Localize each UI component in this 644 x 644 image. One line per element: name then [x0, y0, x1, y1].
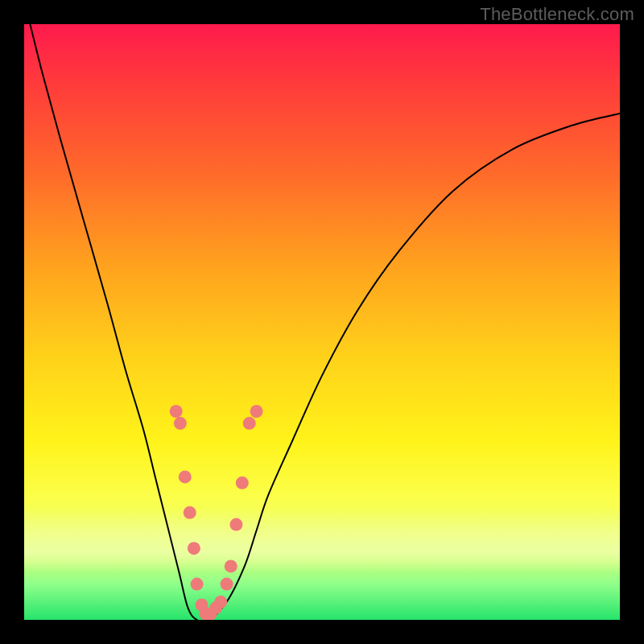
- benchmark-dot: [243, 417, 256, 430]
- benchmark-dot: [191, 578, 204, 591]
- bottleneck-curve: [30, 24, 620, 620]
- benchmark-dot: [184, 506, 196, 519]
- benchmark-dot: [221, 578, 233, 591]
- benchmark-dot: [229, 518, 242, 531]
- benchmark-dot: [236, 477, 249, 489]
- benchmark-dot: [179, 470, 192, 483]
- chart-container: TheBottleneck.com: [0, 0, 644, 644]
- benchmark-dot: [174, 417, 187, 430]
- benchmark-dot: [170, 405, 183, 418]
- chart-svg: [24, 24, 620, 620]
- benchmark-dot: [188, 542, 200, 555]
- benchmark-dot: [225, 559, 237, 572]
- benchmark-dot: [250, 405, 263, 418]
- benchmark-dot: [214, 596, 227, 609]
- watermark-text: TheBottleneck.com: [480, 4, 634, 25]
